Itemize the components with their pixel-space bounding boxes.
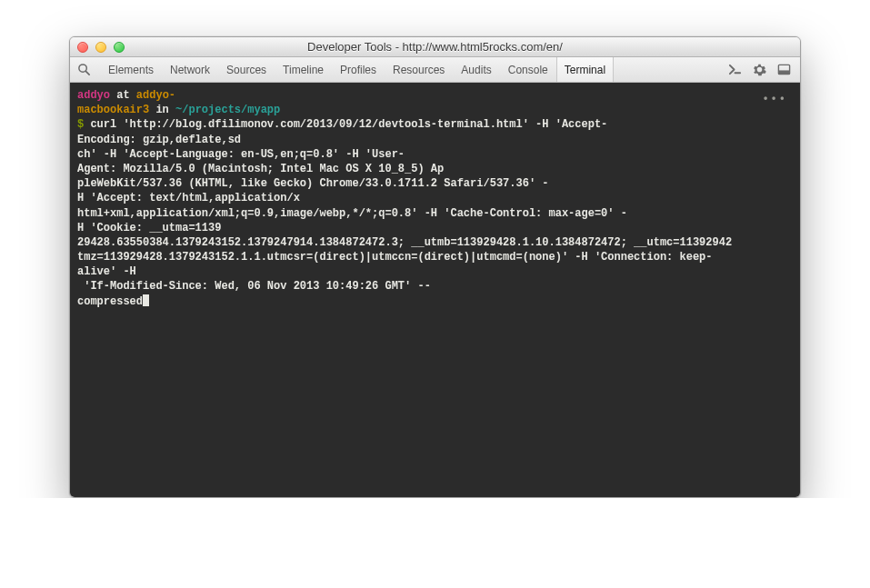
titlebar[interactable]: Developer Tools - http://www.html5rocks.… — [70, 37, 800, 57]
toolbar-right — [719, 57, 800, 82]
prompt-path: ~/projects/myapp — [175, 104, 280, 116]
terminal-text: tmz=113929428.1379243152.1.1.utmcsr=(dir… — [77, 250, 793, 264]
terminal-text: curl 'http://blog.dfilimonov.com/2013/09… — [90, 118, 607, 131]
prompt-user: addyo — [77, 89, 110, 102]
overflow-menu-button[interactable]: ••• — [762, 92, 787, 106]
traffic-lights — [70, 42, 125, 53]
tab-console[interactable]: Console — [500, 57, 556, 82]
tab-terminal[interactable]: Terminal — [556, 57, 614, 82]
dock-button[interactable] — [777, 63, 791, 76]
prompt-line-1: addyo at addyo- — [77, 88, 793, 103]
terminal-text: alive' -H — [77, 264, 793, 279]
search-button[interactable] — [70, 57, 100, 82]
prompt-host2: macbookair3 — [77, 104, 149, 116]
show-console-button[interactable] — [728, 63, 742, 76]
tab-timeline[interactable]: Timeline — [275, 57, 332, 82]
tab-profiles[interactable]: Profiles — [332, 57, 385, 82]
command-line-0: $ curl 'http://blog.dfilimonov.com/2013/… — [77, 117, 793, 132]
tab-audits[interactable]: Audits — [453, 57, 499, 82]
prompt-line-2: macbookair3 in ~/projects/myapp — [77, 103, 793, 117]
terminal-panel[interactable]: ••• addyo at addyo- macbookair3 in ~/pro… — [70, 83, 800, 497]
devtools-window: Developer Tools - http://www.html5rocks.… — [69, 36, 801, 498]
terminal-text: ch' -H 'Accept-Language: en-US,en;q=0.8'… — [77, 147, 793, 162]
prompt-host: addyo- — [136, 89, 175, 102]
tab-network[interactable]: Network — [162, 57, 218, 82]
terminal-text: 29428.63550384.1379243152.1379247914.138… — [77, 235, 793, 250]
prompt-symbol: $ — [77, 118, 90, 131]
terminal-text: pleWebKit/537.36 (KHTML, like Gecko) Chr… — [77, 176, 793, 191]
svg-line-1 — [85, 71, 89, 75]
window-title: Developer Tools - http://www.html5rocks.… — [70, 40, 800, 54]
terminal-text: H 'Accept: text/html,application/x — [77, 191, 793, 205]
tab-resources[interactable]: Resources — [385, 57, 453, 82]
terminal-text: compressed — [77, 295, 143, 308]
devtools-tabs: Elements Network Sources Timeline Profil… — [100, 57, 614, 82]
prompt-at: at — [110, 89, 136, 102]
cursor-icon — [143, 294, 149, 306]
prompt-in: in — [149, 104, 175, 116]
minimize-button[interactable] — [95, 42, 106, 53]
terminal-text: Encoding: gzip,deflate,sd — [77, 133, 793, 147]
terminal-text: Agent: Mozilla/5.0 (Macintosh; Intel Mac… — [77, 162, 793, 176]
terminal-text: 'If-Modified-Since: Wed, 06 Nov 2013 10:… — [77, 279, 793, 294]
close-button[interactable] — [77, 42, 88, 53]
tab-sources[interactable]: Sources — [218, 57, 275, 82]
devtools-toolbar: Elements Network Sources Timeline Profil… — [70, 57, 800, 83]
terminal-text: H 'Cookie: __utma=1139 — [77, 221, 793, 235]
settings-button[interactable] — [753, 63, 766, 76]
search-icon — [77, 63, 91, 76]
zoom-button[interactable] — [114, 42, 125, 53]
terminal-text: html+xml,application/xml;q=0.9,image/web… — [77, 206, 793, 221]
tab-elements[interactable]: Elements — [100, 57, 162, 82]
svg-rect-4 — [778, 70, 789, 74]
terminal-last-line: compressed — [77, 294, 793, 309]
